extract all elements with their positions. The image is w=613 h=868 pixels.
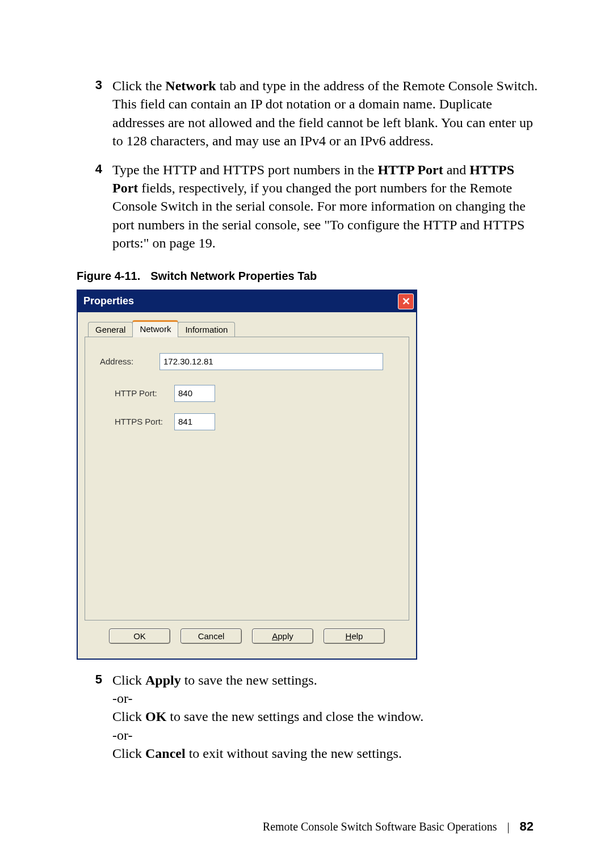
step-body: Type the HTTP and HTTPS port numbers in … <box>112 161 539 253</box>
text: to save the new settings and close the w… <box>166 709 423 724</box>
address-input[interactable] <box>159 353 383 370</box>
text: Click <box>112 746 145 761</box>
text: Click <box>112 673 145 687</box>
close-icon[interactable]: ✕ <box>398 293 414 309</box>
bold-term: Network <box>165 78 216 93</box>
step-3: 3 Click the Network tab and type in the … <box>77 77 539 150</box>
step-body: Click the Network tab and type in the ad… <box>112 77 539 150</box>
properties-dialog: Properties ✕ General Network Information… <box>77 290 417 660</box>
dialog-title: Properties <box>83 295 134 307</box>
tab-content-network: Address: HTTP Port: HTTPS Port: <box>85 337 409 620</box>
dialog-titlebar[interactable]: Properties ✕ <box>78 291 416 312</box>
cancel-button[interactable]: Cancel <box>180 628 242 644</box>
text: Type the HTTP and HTTPS port numbers in … <box>112 162 377 177</box>
bold-term: Apply <box>145 673 181 687</box>
mnemonic: A <box>272 631 278 641</box>
figure-label: Figure 4-11. <box>77 270 140 282</box>
tab-strip: General Network Information <box>85 320 409 337</box>
address-label: Address: <box>100 357 159 366</box>
tab-network[interactable]: Network <box>132 320 178 337</box>
dialog-button-row: OK Cancel Apply Help <box>85 620 409 653</box>
text: pply <box>278 631 293 641</box>
https-port-label: HTTPS Port: <box>115 417 174 426</box>
step-number: 5 <box>77 671 112 763</box>
step-number: 3 <box>77 77 112 150</box>
bold-term: HTTP Port <box>377 162 443 177</box>
bold-term: OK <box>145 709 166 724</box>
footer-page-number: 82 <box>520 819 534 833</box>
footer-chapter: Remote Console Switch Software Basic Ope… <box>263 820 497 833</box>
footer-separator: | <box>500 820 517 833</box>
text: to save the new settings. <box>181 673 317 687</box>
step-number: 4 <box>77 161 112 253</box>
mnemonic: H <box>346 631 352 641</box>
text: Click <box>112 709 145 724</box>
step-5: 5 Click Apply to save the new settings. … <box>77 671 539 763</box>
text: Click the <box>112 78 165 93</box>
text: to exit without saving the new settings. <box>186 746 402 761</box>
http-port-input[interactable] <box>174 385 215 402</box>
text: and <box>443 162 470 177</box>
figure-title: Switch Network Properties Tab <box>150 270 317 282</box>
figure-caption: Figure 4-11.Switch Network Properties Ta… <box>77 270 539 283</box>
step-4: 4 Type the HTTP and HTTPS port numbers i… <box>77 161 539 253</box>
or-separator: -or- <box>112 726 539 744</box>
http-port-label: HTTP Port: <box>115 388 174 398</box>
ok-button[interactable]: OK <box>109 628 170 644</box>
page-footer: Remote Console Switch Software Basic Ope… <box>263 819 534 834</box>
step-body: Click Apply to save the new settings. -o… <box>112 671 539 763</box>
or-separator: -or- <box>112 689 539 707</box>
https-port-input[interactable] <box>174 413 215 430</box>
text: fields, respectively, if you changed the… <box>112 181 526 250</box>
tab-general[interactable]: General <box>88 322 133 337</box>
help-button[interactable]: Help <box>324 628 385 644</box>
tab-information[interactable]: Information <box>178 322 235 337</box>
apply-button[interactable]: Apply <box>252 628 313 644</box>
bold-term: Cancel <box>145 746 186 761</box>
text: elp <box>351 631 363 641</box>
